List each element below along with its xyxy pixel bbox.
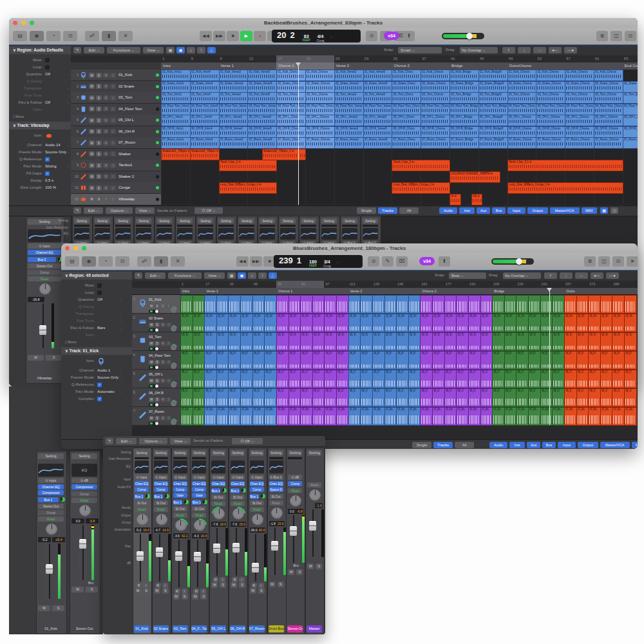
filter-output[interactable]: Output — [527, 207, 548, 214]
region[interactable] — [432, 295, 445, 314]
region[interactable] — [372, 295, 385, 314]
strip-view-icon[interactable]: ◫ — [611, 207, 618, 214]
region[interactable]: 04_Floor Tom_Chorus — [421, 104, 450, 115]
region[interactable] — [216, 295, 229, 314]
track-header[interactable]: 9MSRITambo1 — [71, 160, 161, 171]
r-button[interactable]: R — [160, 379, 166, 383]
r-button[interactable]: R — [103, 196, 109, 202]
region[interactable]: 06_O — [600, 388, 613, 407]
region[interactable]: 03_To — [252, 332, 265, 351]
input-slot[interactable]: ⏻ Input — [135, 475, 149, 480]
track-name[interactable]: 01_Kick — [149, 298, 180, 301]
titlebar[interactable]: BackbeatBrushes_Arrangement_83bpm - Trac… — [9, 18, 638, 28]
region[interactable]: 07_Ro — [240, 407, 253, 426]
strip-setting-button[interactable]: Setting — [280, 218, 296, 223]
region[interactable]: 06_O — [552, 388, 565, 407]
s-button[interactable]: S — [278, 582, 284, 587]
region[interactable]: 02_Sn — [384, 314, 397, 332]
region[interactable]: 03_Tom_Verse5 — [363, 92, 393, 104]
output-slot[interactable]: St Out — [192, 506, 206, 511]
region[interactable]: 05_OH L_Chorus — [565, 115, 594, 126]
region[interactable]: 03_To — [444, 332, 457, 351]
region[interactable]: 05_OH L_Bridge5 — [478, 115, 508, 126]
filter-inst[interactable]: Inst — [459, 207, 475, 214]
region[interactable]: 05_O — [552, 370, 565, 388]
fader-cap[interactable] — [309, 521, 316, 531]
region[interactable]: 02_Sn — [240, 314, 253, 332]
input-monitor-dot[interactable] — [156, 198, 159, 201]
send-knob[interactable] — [261, 494, 265, 498]
region[interactable]: 04_Floor Tom — [623, 104, 638, 115]
region[interactable]: 04_Fl — [516, 351, 529, 370]
grid-view-icon[interactable]: ▦ — [166, 47, 175, 53]
audio-fx-slot[interactable]: Compressor — [38, 490, 64, 495]
region[interactable]: 04_Fl — [612, 351, 625, 370]
region[interactable]: 05_O — [504, 370, 517, 388]
lcd-display[interactable]: 2391180KEEP3/4Cmaj⌵ — [274, 255, 363, 268]
automation-icon[interactable]: ♪ — [248, 272, 256, 279]
i-button[interactable]: I — [110, 95, 116, 100]
i-button[interactable]: I — [162, 583, 168, 588]
marquee-tool-icon[interactable]: ▮ — [102, 31, 116, 41]
i-button[interactable]: I — [200, 589, 206, 594]
region[interactable]: 07_Ro — [300, 407, 313, 426]
region[interactable]: 02_Sn — [516, 314, 529, 332]
strip-setting-button[interactable]: Setting — [38, 453, 64, 459]
region[interactable]: 06_O — [480, 388, 493, 407]
strip-name-tab[interactable]: 01_Kick — [134, 625, 149, 632]
region[interactable]: 04_Fl — [504, 351, 517, 370]
region[interactable] — [289, 295, 301, 314]
strip-setting-button[interactable]: Setting — [135, 450, 149, 456]
checkbox[interactable] — [45, 65, 50, 70]
region[interactable]: 02_Snare_Chorus — [536, 81, 565, 93]
s-button[interactable]: S — [96, 174, 102, 179]
region[interactable] — [480, 295, 493, 314]
region[interactable]: 03_To — [289, 332, 301, 351]
region[interactable]: 02_Sn — [564, 314, 577, 332]
region[interactable] — [420, 295, 433, 314]
track-header[interactable]: 3MSRI03_Tom — [71, 92, 161, 104]
more-disclosure[interactable]: ⟩ More — [13, 114, 24, 118]
pan-knob[interactable] — [171, 363, 176, 369]
region[interactable]: 04_Fl — [193, 351, 205, 370]
region[interactable]: 06_O — [264, 388, 277, 407]
play-icon[interactable]: ▶ — [240, 31, 252, 41]
region[interactable]: 02_Sn — [600, 314, 613, 332]
input-monitor-dot[interactable] — [156, 73, 159, 77]
m-button[interactable]: M — [89, 84, 95, 89]
send-knob[interactable] — [165, 494, 169, 498]
region[interactable]: 05_O — [289, 370, 301, 388]
region[interactable]: 03_Tom_Chorus — [565, 92, 594, 104]
region[interactable]: 01_Kick_Verse2 — [334, 70, 364, 81]
fader-cap[interactable] — [79, 539, 86, 549]
r-button[interactable]: R — [193, 589, 199, 594]
stop-icon[interactable]: ■ — [227, 31, 239, 41]
send-slot[interactable]: Bus 1 — [135, 494, 144, 499]
eq-thumbnail[interactable] — [136, 228, 151, 240]
control-icon[interactable]: ➤ — [627, 256, 638, 267]
eq-thumbnail[interactable] — [154, 460, 168, 473]
region[interactable]: 06_O — [492, 388, 505, 407]
region[interactable]: 04_Fl — [624, 351, 637, 370]
region-view-icon[interactable]: ▣ — [176, 47, 185, 53]
region[interactable]: 05_O — [193, 370, 205, 388]
m-button[interactable]: M — [28, 355, 44, 361]
input-slot[interactable]: ⏻ Input — [173, 475, 187, 480]
freeze-toggle[interactable] — [149, 328, 159, 332]
send-knob[interactable] — [61, 497, 65, 502]
pan-knob[interactable] — [46, 524, 57, 535]
flex-icon[interactable]: ⌇ — [197, 47, 205, 53]
catch-icon[interactable]: ⚓ — [269, 272, 277, 279]
track-name[interactable]: 03_Tom — [118, 95, 153, 99]
filter-inst[interactable]: Inst — [509, 442, 525, 448]
i-button[interactable]: I — [143, 583, 149, 588]
region[interactable]: 06_O — [444, 388, 457, 407]
region[interactable]: 07_Ro — [252, 407, 265, 426]
s-button[interactable]: S — [155, 416, 160, 421]
region[interactable]: 07_Room_Chorus — [305, 137, 335, 149]
strip-name-tab[interactable]: Stereo Out — [287, 625, 303, 632]
region[interactable]: 05_OH L_E — [623, 115, 638, 126]
track-header[interactable]: 2MSRI02 Snare — [71, 81, 161, 93]
region[interactable]: 01_Kick_Verse2 — [219, 70, 249, 81]
automation-mode[interactable]: Read — [173, 513, 187, 518]
